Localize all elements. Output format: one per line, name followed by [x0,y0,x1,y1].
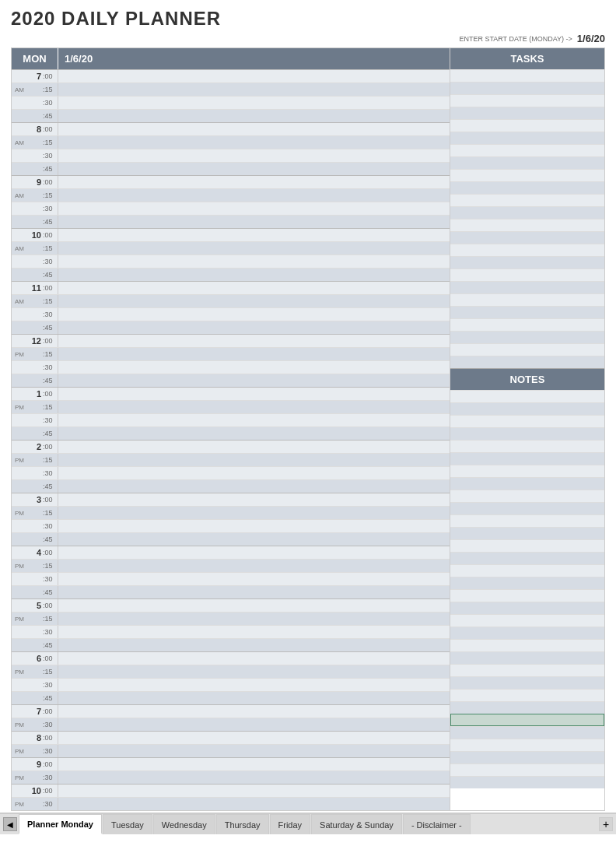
note-row[interactable] [450,751,604,763]
time-slot[interactable]: :30 [12,96,450,109]
task-row[interactable] [450,119,604,132]
slot-content[interactable] [58,679,450,691]
time-slot[interactable]: :45 [12,585,450,598]
task-row[interactable] [450,132,604,144]
note-row[interactable] [450,440,604,452]
note-row[interactable] [450,552,604,564]
time-slot[interactable]: PM:30 [12,744,450,757]
slot-content[interactable] [58,758,450,770]
slot-content[interactable] [58,97,450,109]
note-row[interactable] [450,602,604,614]
slot-content[interactable] [58,123,450,135]
slot-content[interactable] [58,361,450,374]
time-slot[interactable]: :30 [12,202,450,215]
time-slot[interactable]: AM:15 [12,135,450,149]
time-slot[interactable]: :45 [12,426,450,440]
task-row[interactable] [450,169,604,181]
slot-content[interactable] [58,269,450,281]
note-row[interactable] [450,627,604,639]
note-row[interactable] [450,714,604,726]
time-slot[interactable]: PM:30 [12,718,450,731]
task-row[interactable] [450,107,604,119]
slot-content[interactable] [58,692,450,704]
task-row[interactable] [450,306,604,318]
note-row[interactable] [450,452,604,465]
slot-content[interactable] [58,335,450,347]
tab-friday[interactable]: Friday [270,814,311,834]
tab---disclaimer--[interactable]: - Disclaimer - [403,814,471,834]
task-row[interactable] [450,244,604,256]
time-slot[interactable]: :30 [12,360,450,374]
slot-content[interactable] [58,176,450,188]
time-slot[interactable]: AM:15 [12,241,450,254]
time-slot[interactable]: :45 [12,215,450,228]
task-row[interactable] [450,156,604,169]
slot-content[interactable] [58,348,450,360]
slot-content[interactable] [58,229,450,241]
slot-content[interactable] [58,454,450,466]
note-row[interactable] [450,689,604,701]
time-slot[interactable]: PM:15 [12,506,450,519]
time-slot[interactable]: AM:15 [12,82,450,96]
time-slot[interactable]: 7:00 [12,704,450,718]
note-row[interactable] [450,564,604,577]
slot-content[interactable] [58,163,450,175]
tab-thursday[interactable]: Thursday [216,814,269,834]
slot-content[interactable] [58,718,450,731]
slot-content[interactable] [58,441,450,453]
note-row[interactable] [450,527,604,539]
tab-prev-button[interactable]: ◀ [3,817,17,831]
slot-content[interactable] [58,785,450,797]
task-row[interactable] [450,331,604,343]
slot-content[interactable] [58,599,450,612]
task-row[interactable] [450,231,604,244]
note-row[interactable] [450,539,604,552]
note-row[interactable] [450,465,604,477]
note-row[interactable] [450,676,604,689]
time-slot[interactable]: :45 [12,162,450,175]
time-slot[interactable]: 11:00 [12,281,450,294]
task-row[interactable] [450,318,604,331]
time-slot[interactable]: :30 [12,149,450,162]
note-row[interactable] [450,477,604,490]
tab-saturday--sunday[interactable]: Saturday & Sunday [311,814,402,834]
time-slot[interactable]: 9:00 [12,757,450,770]
time-slot[interactable]: :30 [12,254,450,268]
time-slot[interactable]: PM:15 [12,559,450,572]
task-row[interactable] [450,356,604,368]
slot-content[interactable] [58,136,450,149]
time-slot[interactable]: PM:15 [12,453,450,466]
time-slot[interactable]: PM:30 [12,797,450,810]
slot-content[interactable] [58,798,450,810]
task-row[interactable] [450,69,604,82]
slot-content[interactable] [58,216,450,228]
slot-content[interactable] [58,467,450,479]
task-row[interactable] [450,82,604,94]
time-slot[interactable]: :30 [12,466,450,479]
note-row[interactable] [450,415,604,427]
note-row[interactable] [450,577,604,589]
time-slot[interactable]: 7:00 [12,69,450,82]
task-row[interactable] [450,94,604,107]
slot-content[interactable] [58,149,450,162]
time-slot[interactable]: :30 [12,572,450,585]
slot-content[interactable] [58,282,450,294]
time-slot[interactable]: PM:15 [12,400,450,413]
slot-content[interactable] [58,493,450,506]
slot-content[interactable] [58,560,450,572]
tab-planner-monday[interactable]: Planner Monday [19,814,102,834]
note-row[interactable] [450,502,604,514]
time-slot[interactable]: :45 [12,638,450,651]
time-slot[interactable]: :45 [12,532,450,546]
time-slot[interactable]: 2:00 [12,440,450,453]
time-slot[interactable]: :45 [12,109,450,122]
slot-content[interactable] [58,255,450,268]
slot-content[interactable] [58,546,450,559]
slot-content[interactable] [58,652,450,665]
task-row[interactable] [450,219,604,231]
slot-content[interactable] [58,480,450,493]
task-row[interactable] [450,281,604,293]
slot-content[interactable] [58,401,450,413]
slot-content[interactable] [58,507,450,519]
slot-content[interactable] [58,70,450,82]
